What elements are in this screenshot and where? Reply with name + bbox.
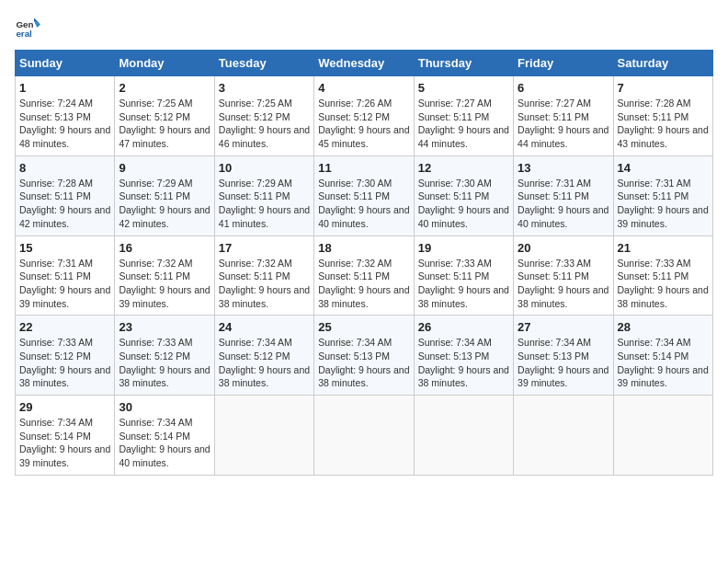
day-info: Sunrise: 7:34 AMSunset: 5:12 PMDaylight:… (219, 337, 310, 388)
calendar-cell: 29 Sunrise: 7:34 AMSunset: 5:14 PMDaylig… (16, 396, 115, 476)
weekday-header-thursday: Thursday (414, 51, 513, 76)
day-info: Sunrise: 7:33 AMSunset: 5:12 PMDaylight:… (19, 337, 110, 388)
day-number: 16 (119, 241, 210, 255)
day-info: Sunrise: 7:32 AMSunset: 5:11 PMDaylight:… (318, 258, 409, 309)
day-info: Sunrise: 7:34 AMSunset: 5:13 PMDaylight:… (318, 337, 409, 388)
day-info: Sunrise: 7:34 AMSunset: 5:14 PMDaylight:… (119, 417, 210, 468)
calendar-week-row: 8 Sunrise: 7:28 AMSunset: 5:11 PMDayligh… (16, 155, 713, 236)
day-info: Sunrise: 7:26 AMSunset: 5:12 PMDaylight:… (318, 98, 409, 149)
day-info: Sunrise: 7:27 AMSunset: 5:11 PMDaylight:… (518, 98, 609, 149)
day-info: Sunrise: 7:32 AMSunset: 5:11 PMDaylight:… (119, 258, 210, 309)
day-info: Sunrise: 7:28 AMSunset: 5:11 PMDaylight:… (19, 178, 110, 229)
calendar-cell: 10 Sunrise: 7:29 AMSunset: 5:11 PMDaylig… (214, 155, 313, 236)
day-number: 21 (618, 241, 709, 255)
day-number: 14 (618, 161, 709, 175)
day-number: 20 (518, 241, 609, 255)
day-info: Sunrise: 7:31 AMSunset: 5:11 PMDaylight:… (19, 258, 110, 309)
day-number: 29 (19, 400, 110, 414)
day-number: 30 (119, 400, 210, 414)
day-info: Sunrise: 7:31 AMSunset: 5:11 PMDaylight:… (618, 178, 709, 229)
day-info: Sunrise: 7:24 AMSunset: 5:13 PMDaylight:… (19, 98, 110, 149)
day-info: Sunrise: 7:33 AMSunset: 5:12 PMDaylight:… (119, 337, 210, 388)
day-number: 23 (119, 320, 210, 334)
weekday-header-sunday: Sunday (16, 51, 115, 76)
day-info: Sunrise: 7:30 AMSunset: 5:11 PMDaylight:… (418, 178, 509, 229)
day-number: 25 (318, 320, 409, 334)
day-number: 7 (618, 81, 709, 95)
weekday-header-tuesday: Tuesday (214, 51, 313, 76)
calendar-week-row: 22 Sunrise: 7:33 AMSunset: 5:12 PMDaylig… (16, 316, 713, 396)
day-number: 27 (518, 320, 609, 334)
day-info: Sunrise: 7:34 AMSunset: 5:13 PMDaylight:… (418, 337, 509, 388)
calendar-cell (214, 396, 313, 476)
calendar-cell: 27 Sunrise: 7:34 AMSunset: 5:13 PMDaylig… (514, 316, 613, 396)
calendar-cell: 7 Sunrise: 7:28 AMSunset: 5:11 PMDayligh… (613, 76, 712, 156)
calendar-cell: 26 Sunrise: 7:34 AMSunset: 5:13 PMDaylig… (414, 316, 513, 396)
day-number: 11 (318, 161, 409, 175)
day-info: Sunrise: 7:33 AMSunset: 5:11 PMDaylight:… (418, 258, 509, 309)
logo: Gen eral (15, 15, 44, 40)
day-number: 2 (119, 81, 210, 95)
weekday-header-monday: Monday (115, 51, 214, 76)
calendar-cell: 6 Sunrise: 7:27 AMSunset: 5:11 PMDayligh… (514, 76, 613, 156)
day-number: 28 (618, 320, 709, 334)
day-number: 8 (19, 161, 110, 175)
day-number: 5 (418, 81, 509, 95)
calendar-week-row: 15 Sunrise: 7:31 AMSunset: 5:11 PMDaylig… (16, 236, 713, 316)
day-info: Sunrise: 7:33 AMSunset: 5:11 PMDaylight:… (518, 258, 609, 309)
day-number: 19 (418, 241, 509, 255)
calendar-cell: 15 Sunrise: 7:31 AMSunset: 5:11 PMDaylig… (16, 236, 115, 316)
calendar-cell: 23 Sunrise: 7:33 AMSunset: 5:12 PMDaylig… (115, 316, 214, 396)
calendar-cell: 14 Sunrise: 7:31 AMSunset: 5:11 PMDaylig… (613, 155, 712, 236)
day-number: 26 (418, 320, 509, 334)
header: Gen eral (15, 15, 713, 40)
day-info: Sunrise: 7:34 AMSunset: 5:13 PMDaylight:… (518, 337, 609, 388)
calendar-cell: 28 Sunrise: 7:34 AMSunset: 5:14 PMDaylig… (613, 316, 712, 396)
calendar-cell: 30 Sunrise: 7:34 AMSunset: 5:14 PMDaylig… (115, 396, 214, 476)
day-info: Sunrise: 7:33 AMSunset: 5:11 PMDaylight:… (618, 258, 709, 309)
day-number: 13 (518, 161, 609, 175)
calendar: SundayMondayTuesdayWednesdayThursdayFrid… (15, 50, 713, 476)
calendar-cell: 19 Sunrise: 7:33 AMSunset: 5:11 PMDaylig… (414, 236, 513, 316)
day-number: 6 (518, 81, 609, 95)
day-info: Sunrise: 7:28 AMSunset: 5:11 PMDaylight:… (618, 98, 709, 149)
day-info: Sunrise: 7:27 AMSunset: 5:11 PMDaylight:… (418, 98, 509, 149)
calendar-cell: 4 Sunrise: 7:26 AMSunset: 5:12 PMDayligh… (314, 76, 414, 156)
calendar-cell: 8 Sunrise: 7:28 AMSunset: 5:11 PMDayligh… (16, 155, 115, 236)
weekday-header-friday: Friday (514, 51, 613, 76)
day-number: 17 (219, 241, 310, 255)
day-info: Sunrise: 7:29 AMSunset: 5:11 PMDaylight:… (119, 178, 210, 229)
calendar-cell (514, 396, 613, 476)
day-number: 15 (19, 241, 110, 255)
calendar-week-row: 1 Sunrise: 7:24 AMSunset: 5:13 PMDayligh… (16, 76, 713, 156)
day-info: Sunrise: 7:32 AMSunset: 5:11 PMDaylight:… (219, 258, 310, 309)
day-info: Sunrise: 7:34 AMSunset: 5:14 PMDaylight:… (618, 337, 709, 388)
calendar-cell: 20 Sunrise: 7:33 AMSunset: 5:11 PMDaylig… (514, 236, 613, 316)
calendar-cell: 13 Sunrise: 7:31 AMSunset: 5:11 PMDaylig… (514, 155, 613, 236)
day-number: 24 (219, 320, 310, 334)
calendar-cell: 3 Sunrise: 7:25 AMSunset: 5:12 PMDayligh… (214, 76, 313, 156)
day-info: Sunrise: 7:30 AMSunset: 5:11 PMDaylight:… (318, 178, 409, 229)
day-info: Sunrise: 7:29 AMSunset: 5:11 PMDaylight:… (219, 178, 310, 229)
calendar-header-row: SundayMondayTuesdayWednesdayThursdayFrid… (16, 51, 713, 76)
day-number: 9 (119, 161, 210, 175)
logo-icon: Gen eral (15, 15, 40, 40)
weekday-header-saturday: Saturday (613, 51, 712, 76)
calendar-cell: 5 Sunrise: 7:27 AMSunset: 5:11 PMDayligh… (414, 76, 513, 156)
calendar-cell (314, 396, 414, 476)
calendar-cell: 21 Sunrise: 7:33 AMSunset: 5:11 PMDaylig… (613, 236, 712, 316)
svg-text:eral: eral (16, 29, 32, 39)
day-info: Sunrise: 7:34 AMSunset: 5:14 PMDaylight:… (19, 417, 110, 468)
calendar-cell: 17 Sunrise: 7:32 AMSunset: 5:11 PMDaylig… (214, 236, 313, 316)
calendar-cell: 9 Sunrise: 7:29 AMSunset: 5:11 PMDayligh… (115, 155, 214, 236)
calendar-cell: 18 Sunrise: 7:32 AMSunset: 5:11 PMDaylig… (314, 236, 414, 316)
calendar-cell (414, 396, 513, 476)
calendar-cell (613, 396, 712, 476)
calendar-cell: 12 Sunrise: 7:30 AMSunset: 5:11 PMDaylig… (414, 155, 513, 236)
weekday-header-wednesday: Wednesday (314, 51, 414, 76)
calendar-week-row: 29 Sunrise: 7:34 AMSunset: 5:14 PMDaylig… (16, 396, 713, 476)
day-info: Sunrise: 7:25 AMSunset: 5:12 PMDaylight:… (219, 98, 310, 149)
calendar-cell: 24 Sunrise: 7:34 AMSunset: 5:12 PMDaylig… (214, 316, 313, 396)
calendar-cell: 1 Sunrise: 7:24 AMSunset: 5:13 PMDayligh… (16, 76, 115, 156)
day-number: 3 (219, 81, 310, 95)
